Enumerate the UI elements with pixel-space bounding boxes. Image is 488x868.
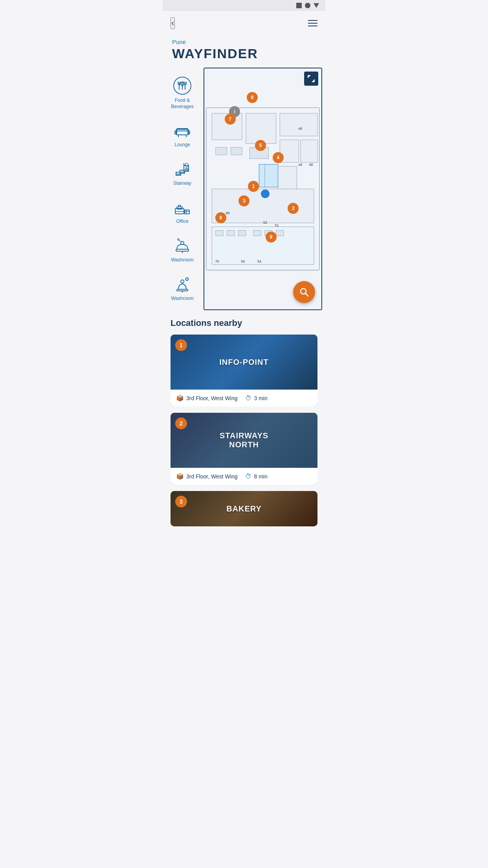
location-1-time: ⏱ 3 min	[245, 395, 267, 402]
nearby-title: Locations nearby	[171, 318, 317, 328]
svg-rect-46	[301, 140, 317, 163]
map-pin-9[interactable]: 9	[266, 232, 277, 243]
location-2-time-text: 8 min	[254, 473, 267, 480]
food-icon	[173, 76, 192, 95]
seat-68: 68	[226, 211, 230, 215]
svg-rect-55	[227, 230, 235, 235]
svg-rect-57	[253, 230, 261, 235]
map-pin-7[interactable]: 7	[225, 114, 236, 125]
time-icon-1: ⏱	[245, 395, 251, 402]
location-2-floor: 📦 3rd Floor, West Wing	[176, 473, 237, 480]
search-fab-button[interactable]	[293, 281, 315, 303]
hamburger-line-3	[308, 26, 317, 26]
svg-rect-54	[216, 230, 223, 235]
map-pin-5[interactable]: 5	[255, 140, 266, 151]
floor-icon-1: 📦	[176, 394, 184, 402]
washroom2-icon	[173, 274, 192, 293]
floor-plan-svg	[204, 68, 321, 309]
svg-rect-48	[231, 147, 242, 155]
svg-line-39	[188, 278, 189, 278]
location-2-name: STAIRWAYSNORTH	[220, 431, 268, 449]
location-2-time: ⏱ 8 min	[245, 473, 267, 480]
status-bar	[163, 0, 325, 11]
location-1-floor: 📦 3rd Floor, West Wing	[176, 394, 237, 402]
washroom1-label: Washroom	[171, 257, 194, 263]
svg-rect-51	[259, 164, 278, 187]
seat-48: 48	[309, 163, 313, 167]
svg-line-38	[188, 280, 189, 281]
sidebar-item-food[interactable]: Food &Beverages	[163, 71, 202, 115]
svg-rect-21	[185, 210, 189, 214]
status-icon-triangle	[314, 3, 319, 8]
svg-rect-44	[280, 113, 317, 136]
sidebar-item-lounge[interactable]: Lounge	[163, 115, 202, 154]
search-fab-icon	[299, 287, 309, 297]
location-card-1-image: 1 INFO-POINT	[171, 335, 317, 390]
seat-52: 52	[263, 221, 267, 224]
header: ‹	[163, 11, 325, 35]
sidebar-item-office[interactable]: Office	[163, 192, 202, 230]
location-1-floor-text: 3rd Floor, West Wing	[186, 395, 237, 401]
svg-line-62	[305, 293, 308, 296]
svg-rect-56	[238, 230, 246, 235]
sidebar-item-washroom-2[interactable]: Washroom	[163, 269, 202, 307]
time-icon-2: ⏱	[245, 473, 251, 480]
card-2-badge: 2	[175, 417, 187, 429]
location-card-1[interactable]: 1 INFO-POINT 📦 3rd Floor, West Wing ⏱ 3 …	[171, 335, 317, 406]
office-icon	[173, 197, 192, 216]
main-content: Food &Beverages Lounge	[163, 68, 325, 310]
seat-75: 75	[215, 259, 219, 263]
sidebar-item-washroom-1[interactable]: Washroom	[163, 230, 202, 269]
lounge-icon	[173, 121, 192, 140]
nearby-section: Locations nearby 1 INFO-POINT 📦 3rd Floo…	[163, 310, 325, 526]
map-pin-6[interactable]: 6	[247, 92, 258, 103]
lounge-label: Lounge	[174, 142, 190, 148]
washroom1-icon	[173, 236, 192, 255]
stairway-icon	[173, 159, 192, 178]
map-background: 46 49 48 67 68 52 51 75 55 54 i 6 7 5 4 …	[204, 68, 321, 309]
svg-line-37	[186, 278, 187, 278]
seat-49: 49	[298, 163, 302, 167]
map-pin-3[interactable]: 3	[238, 195, 250, 206]
svg-rect-12	[180, 172, 185, 173]
user-location-pin	[261, 189, 270, 198]
location-card-2[interactable]: 2 STAIRWAYSNORTH 📦 3rd Floor, West Wing …	[171, 413, 317, 485]
expand-map-button[interactable]	[304, 72, 318, 86]
svg-line-40	[186, 280, 187, 281]
map-pin-1[interactable]: 1	[248, 181, 259, 192]
card-1-badge: 1	[175, 339, 187, 351]
stairway-label: Stairway	[173, 180, 191, 187]
app-title: WAYFINDER	[172, 46, 316, 61]
map-container[interactable]: 46 49 48 67 68 52 51 75 55 54 i 6 7 5 4 …	[204, 68, 322, 310]
seat-51: 51	[275, 223, 279, 227]
location-2-floor-text: 3rd Floor, West Wing	[186, 473, 237, 480]
svg-rect-59	[276, 230, 284, 235]
location-1-info: 📦 3rd Floor, West Wing ⏱ 3 min	[171, 390, 317, 406]
svg-point-26	[181, 241, 184, 245]
svg-rect-29	[177, 289, 188, 291]
svg-rect-47	[216, 147, 227, 155]
svg-point-28	[178, 239, 179, 240]
location-1-time-text: 3 min	[254, 395, 267, 401]
location-card-3[interactable]: 3 BAKERY	[171, 491, 317, 526]
location-3-name: BAKERY	[226, 504, 262, 513]
svg-rect-24	[176, 249, 189, 251]
map-pin-4[interactable]: 4	[273, 152, 284, 163]
svg-rect-50	[278, 166, 297, 189]
svg-rect-19	[178, 205, 181, 207]
back-button[interactable]: ‹	[171, 17, 175, 29]
status-icon-circle	[305, 3, 310, 8]
menu-button[interactable]	[308, 20, 317, 26]
city-label: Pune	[172, 39, 316, 45]
food-label: Food &Beverages	[171, 97, 193, 110]
map-pin-2[interactable]: 2	[288, 203, 299, 214]
office-label: Office	[176, 219, 188, 225]
sidebar-item-stairway[interactable]: Stairway	[163, 154, 202, 192]
location-card-2-image: 2 STAIRWAYSNORTH	[171, 413, 317, 468]
seat-54: 54	[257, 259, 261, 263]
card-3-badge: 3	[175, 496, 187, 508]
location-card-3-image: 3 BAKERY	[171, 491, 317, 526]
map-pin-8[interactable]: 8	[215, 212, 226, 223]
location-1-name: INFO-POINT	[219, 358, 269, 367]
sidebar: Food &Beverages Lounge	[163, 68, 202, 310]
